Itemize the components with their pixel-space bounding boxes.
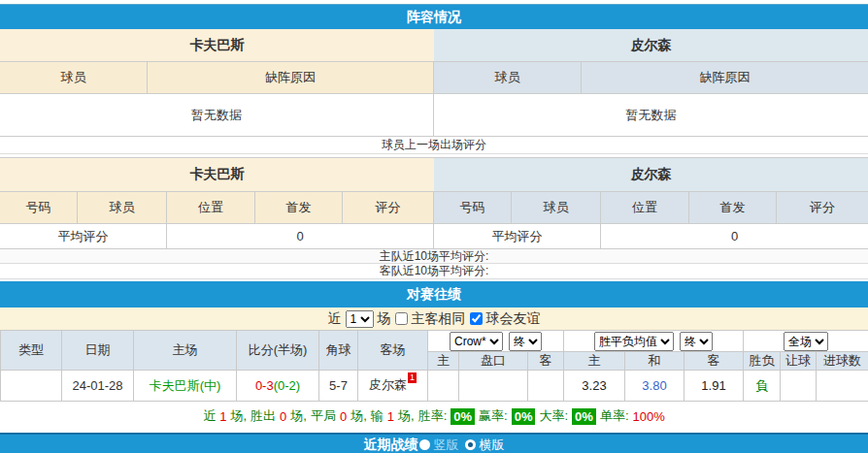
away-player-col-header: 球员 [512,192,601,223]
match-corners-cell: 5-7 [319,371,358,402]
home-rating-col-header: 评分 [343,192,434,223]
scope-select-cell: 全场 [744,331,868,352]
home-player-col-header: 球员 [78,192,167,223]
match-away-team-link[interactable]: 皮尔森 [369,378,407,393]
handicap-away-cell [528,371,564,402]
summary-draws: 0 [340,409,347,424]
h2h-title: 对赛往绩 [407,286,461,304]
handicap-home-col-header: 主 [428,352,459,371]
result-cell: 負 [744,371,781,402]
home-last10-rating-note: 主队近10场平均评分: [0,249,868,264]
away-average-rating-label: 平均评分 [434,224,601,248]
match-away-team-cell: 皮尔森1 [358,371,428,402]
summary-wins-label: 胜出 [250,407,276,425]
odds-type-select[interactable]: 胜平负均值 [594,332,674,351]
handicap-selects-cell: Crow*终 [428,331,564,352]
recent-results-bar: 近期战绩 竖版 横版 [0,433,868,453]
home-player-col-header: 球员 [0,62,148,93]
h2h-summary: 近 1 场, 胜出 0 场, 平局 0 场, 输 1 场, 胜率: 0% 赢率:… [0,402,868,431]
home-absence-reason-col-header: 缺阵原因 [148,62,434,93]
h2h-table: 类型 日期 主场 比分(半场) 角球 客场 Crow*终 胜平负均值终 全场 主… [0,330,868,402]
corners-col-header: 角球 [319,331,358,371]
ratings-columns-row: 号码 球员 位置 首发 评分 号码 球员 位置 首发 评分 [0,192,868,224]
date-col-header: 日期 [62,331,134,371]
home-col-header: 主场 [134,331,237,371]
ratings-team-row: 卡夫巴斯 皮尔森 [0,157,868,192]
lineup-section-header: 阵容情况 [0,4,868,29]
recent-results-title: 近期战绩 [364,437,418,453]
goals-col-header: 进球数 [817,352,868,371]
summary-losses: 1 [387,409,394,424]
over-rate-label: 大率: [539,407,568,425]
home-average-rating-value: 0 [167,224,434,248]
stats-page: 阵容情况 卡夫巴斯 皮尔森 球员 缺阵原因 球员 缺阵原因 暂无数据 暂无数据 … [0,0,868,453]
win-rate-label: 胜率: [418,407,448,425]
odds-away-col-header: 客 [684,352,744,371]
lineup-title: 阵容情况 [407,9,461,26]
score-col-header: 比分(半场) [237,331,319,371]
goals-cell [817,371,868,402]
summary-seg: 场, [230,407,247,425]
vertical-layout-radio[interactable] [419,439,430,450]
odds-selects-cell: 胜平负均值终 [564,331,744,352]
odds-draw-col-header: 和 [625,352,684,371]
home-number-col-header: 号码 [0,192,78,223]
h2h-section-header: 对赛往绩 [0,281,868,307]
home-position-col-header: 位置 [167,192,255,223]
ratings-caption: 球员上一场出场评分 [0,137,868,154]
home-no-data-text: 暂无数据 [0,94,434,136]
type-col-header: 类型 [1,331,62,371]
bookmaker-final-select[interactable]: 终 [509,332,542,351]
odds-home-col-header: 主 [564,352,625,371]
same-venue-label: 主客相同 [412,310,466,328]
away-no-data-text: 暂无数据 [434,94,868,136]
horizontal-layout-label[interactable]: 横版 [480,437,505,453]
lineup-away-team-name: 皮尔森 [434,29,868,61]
handicap-result-col-header: 让球 [781,352,817,371]
win-rate-badge: 0% [451,408,475,425]
away-position-col-header: 位置 [601,192,689,223]
friendly-checkbox[interactable] [470,312,483,325]
same-venue-checkbox[interactable] [395,312,408,325]
match-score-cell: 0-3(0-2) [237,371,319,402]
games-label: 场 [378,310,391,328]
match-home-team-link[interactable]: 卡夫巴斯(中) [134,371,237,402]
h2h-match-row: 球会友谊 24-01-28 卡夫巴斯(中) 0-3(0-2) 5-7 皮尔森1 … [1,371,868,402]
scope-select[interactable]: 全场 [784,332,828,351]
odds-home-cell: 3.23 [564,371,625,402]
lineup-team-row: 卡夫巴斯 皮尔森 [0,29,868,62]
full-time-score: 0-3 [255,378,274,393]
away-player-col-header: 球员 [434,62,582,93]
lineup-empty-row: 暂无数据 暂无数据 [0,94,868,137]
handicap-away-col-header: 客 [528,352,564,371]
horizontal-layout-radio[interactable] [465,439,476,450]
odds-final-select[interactable]: 终 [680,332,713,351]
odds-draw-cell: 3.80 [625,371,684,402]
half-time-score: (0-2) [274,378,300,393]
odds-away-cell: 1.91 [684,371,744,402]
ratings-home-team-name: 卡夫巴斯 [0,158,434,191]
away-starting-col-header: 首发 [689,192,777,223]
away-average-rating-value: 0 [601,224,868,248]
friendly-label: 球会友谊 [486,310,541,328]
summary-seg: 场, [398,407,415,425]
home-starting-col-header: 首发 [255,192,343,223]
handicap-result-cell [781,371,817,402]
summary-wins: 0 [280,409,286,424]
summary-losses-label: 输 [371,407,384,425]
away-last10-rating-note: 客队近10场平均评分: [0,264,868,279]
vertical-layout-label[interactable]: 竖版 [434,437,459,453]
home-average-rating-label: 平均评分 [0,224,167,248]
match-date-cell: 24-01-28 [62,371,134,402]
handicap-home-cell [428,371,459,402]
lineup-subheader-row: 球员 缺阵原因 球员 缺阵原因 [0,62,868,94]
match-type-cell: 球会友谊 [1,371,62,402]
away-col-header: 客场 [358,331,428,371]
ratings-average-row: 平均评分 0 平均评分 0 [0,224,868,249]
single-rate-value: 100% [633,409,665,424]
bookmaker-select[interactable]: Crow* [450,332,503,351]
h2h-filter-row: 近 1 场 主客相同 球会友谊 [0,307,868,330]
handicap-line-col-header: 盘口 [459,352,528,371]
near-games-select[interactable]: 1 [346,310,374,328]
summary-seg: 场, [290,407,307,425]
